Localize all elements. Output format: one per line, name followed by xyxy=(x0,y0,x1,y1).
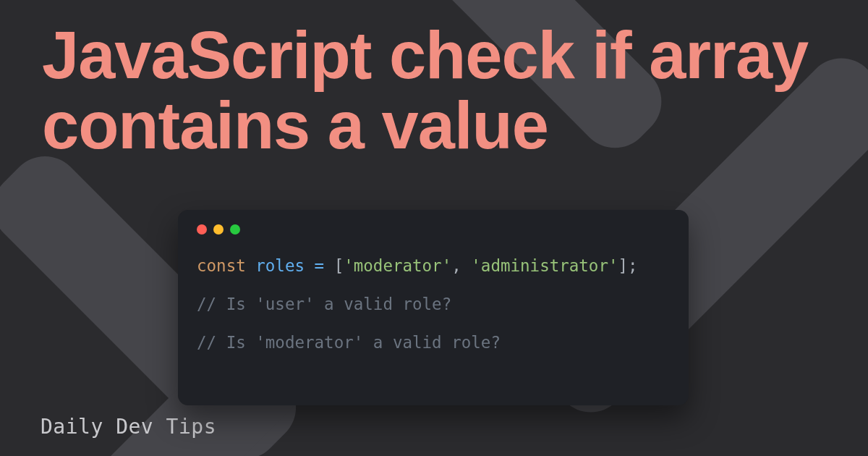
code-block: const roles = ['moderator', 'administrat… xyxy=(197,253,670,355)
page-title: JavaScript check if array contains a val… xyxy=(0,0,868,160)
code-keyword: const xyxy=(197,256,246,275)
code-semicolon: ; xyxy=(628,256,638,275)
code-comment: // Is 'moderator' a valid role? xyxy=(197,333,501,352)
window-traffic-lights xyxy=(197,224,670,235)
code-operator: = xyxy=(315,256,325,275)
close-icon xyxy=(197,224,207,235)
code-comma: , xyxy=(451,256,461,275)
brand-label: Daily Dev Tips xyxy=(41,415,216,439)
code-string: 'moderator' xyxy=(344,256,451,275)
minimize-icon xyxy=(213,224,224,235)
code-comment: // Is 'user' a valid role? xyxy=(197,295,451,313)
code-string: 'administrator' xyxy=(471,256,618,275)
code-bracket: ] xyxy=(618,256,629,275)
code-identifier: roles xyxy=(255,256,305,275)
code-bracket: [ xyxy=(334,256,344,275)
code-card: const roles = ['moderator', 'administrat… xyxy=(178,210,689,405)
maximize-icon xyxy=(230,224,240,235)
